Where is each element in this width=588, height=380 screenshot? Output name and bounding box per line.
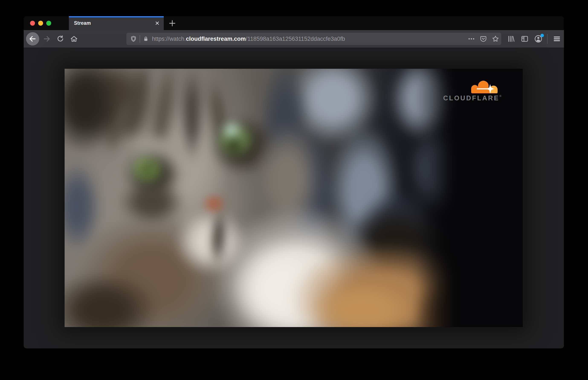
cloudflare-logo: CLOUDFLARE® bbox=[443, 80, 502, 102]
video-player[interactable]: CLOUDFLARE® bbox=[65, 69, 523, 327]
page-background: CLOUDFLARE® bbox=[24, 48, 564, 348]
home-button[interactable] bbox=[67, 32, 81, 46]
minimize-window-button[interactable] bbox=[38, 21, 43, 26]
active-tab-indicator bbox=[69, 16, 164, 17]
library-icon bbox=[507, 35, 515, 43]
cloudflare-wordmark: CLOUDFLARE® bbox=[443, 94, 502, 102]
urlbar-divider bbox=[140, 35, 140, 43]
url-bar[interactable]: https://watch.cloudflarestream.com/11859… bbox=[126, 33, 501, 45]
hamburger-menu-icon bbox=[553, 35, 561, 43]
urlbar-actions bbox=[467, 35, 500, 43]
url-path: /118598a163a125631152ddaccfe3a0fb bbox=[246, 36, 345, 42]
close-window-button[interactable] bbox=[30, 21, 35, 26]
close-icon bbox=[154, 20, 160, 26]
tab-stream[interactable]: Stream bbox=[69, 16, 164, 30]
reload-icon bbox=[56, 35, 64, 43]
sidebar-icon bbox=[520, 35, 529, 43]
pocket-icon[interactable] bbox=[480, 35, 487, 43]
close-tab-button[interactable] bbox=[154, 20, 161, 27]
tab-bar: Stream bbox=[24, 16, 564, 30]
navigation-toolbar: https://watch.cloudflarestream.com/11859… bbox=[24, 30, 564, 48]
page-actions-icon[interactable] bbox=[467, 35, 475, 43]
account-notification-dot bbox=[540, 34, 544, 37]
url-domain: cloudflarestream.com bbox=[186, 36, 246, 42]
home-icon bbox=[70, 35, 78, 43]
browser-window: Stream bbox=[24, 16, 564, 348]
url-display[interactable]: https://watch.cloudflarestream.com/11859… bbox=[152, 36, 467, 42]
sidebar-button[interactable] bbox=[518, 32, 532, 46]
back-button-highlight bbox=[26, 32, 39, 45]
tracking-shield-icon[interactable] bbox=[130, 35, 137, 42]
tab-title: Stream bbox=[74, 20, 91, 26]
plus-icon bbox=[168, 19, 176, 28]
back-arrow-icon bbox=[28, 35, 37, 43]
lock-icon[interactable] bbox=[143, 36, 149, 42]
tab-strip-empty-space bbox=[181, 16, 564, 30]
back-button[interactable] bbox=[26, 32, 39, 46]
forward-arrow-icon bbox=[42, 35, 51, 43]
bookmark-star-icon[interactable] bbox=[491, 35, 500, 43]
forward-button[interactable] bbox=[40, 32, 53, 46]
new-tab-button[interactable] bbox=[164, 16, 181, 30]
account-button[interactable] bbox=[532, 32, 545, 46]
video-vignette bbox=[65, 69, 523, 327]
toolbar-divider bbox=[547, 34, 548, 44]
menu-button[interactable] bbox=[550, 32, 564, 46]
reload-button[interactable] bbox=[53, 32, 67, 46]
zoom-window-button[interactable] bbox=[46, 21, 51, 26]
titlebar-controls bbox=[24, 16, 69, 30]
url-scheme: https://watch. bbox=[152, 36, 186, 42]
library-button[interactable] bbox=[504, 32, 518, 46]
cloudflare-cloud-icon bbox=[469, 80, 499, 94]
trademark-symbol: ® bbox=[499, 94, 502, 97]
